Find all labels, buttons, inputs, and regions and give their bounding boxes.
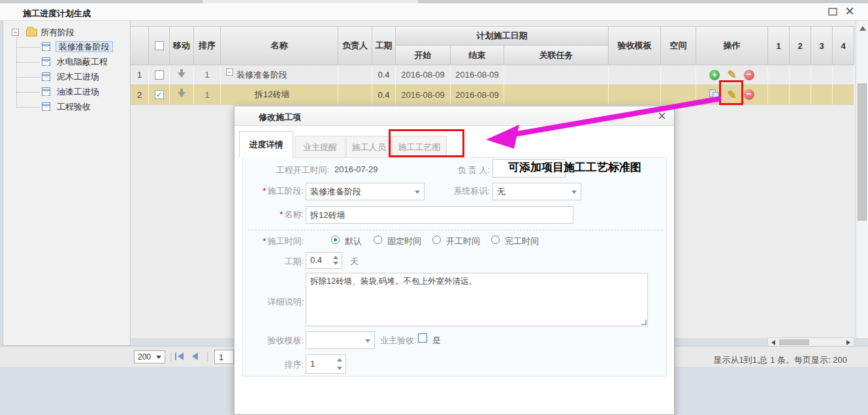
scrollbar-thumb[interactable] xyxy=(779,339,809,345)
tree-item-shuidian[interactable]: 水电隐蔽工程 xyxy=(42,56,108,68)
chevron-down-icon xyxy=(571,191,577,194)
row-duration: 0.4 xyxy=(372,65,396,85)
row-sort[interactable]: 1 xyxy=(194,85,221,105)
scroll-right-icon[interactable] xyxy=(846,340,850,345)
start-time-value: 2016-07-29 xyxy=(334,164,378,174)
header-acceptance-template[interactable]: 验收模板 xyxy=(609,26,661,65)
row-sort[interactable]: 1 xyxy=(194,65,221,85)
tree-connector xyxy=(16,62,40,63)
radio-finish-time[interactable] xyxy=(491,236,500,244)
row-checkbox-checked[interactable]: ✓ xyxy=(155,90,164,99)
add-icon[interactable]: + xyxy=(709,70,720,80)
horizontal-scrollbar[interactable] xyxy=(767,337,854,346)
duration-stepper[interactable]: 0.4 xyxy=(306,252,342,269)
collapse-icon[interactable]: − xyxy=(226,69,233,76)
radio-fixed-label[interactable]: 固定时间 xyxy=(387,236,421,247)
header-col-3[interactable]: 3 xyxy=(811,26,833,65)
spinner-up-icon[interactable] xyxy=(333,256,338,259)
tree-item-label[interactable]: 工程验收 xyxy=(57,102,91,112)
separator: | xyxy=(206,351,209,361)
first-page-icon[interactable] xyxy=(175,352,184,360)
sort-stepper[interactable]: 1 xyxy=(306,354,346,374)
radio-default-selected[interactable] xyxy=(331,236,340,244)
prev-page-icon[interactable] xyxy=(192,352,199,360)
page-input[interactable]: 1 xyxy=(214,350,234,364)
tree-item-nimu[interactable]: 泥木工进场 xyxy=(42,71,99,83)
tree-connector xyxy=(16,77,40,78)
header-operation: 操作 xyxy=(696,26,768,65)
radio-start-label[interactable]: 开工时间 xyxy=(446,236,480,247)
detail-textarea[interactable]: 拆除12砖墙、装袋,码堆。不包上外室外清运。 xyxy=(306,273,648,326)
row-number: 1 xyxy=(131,65,149,85)
duration-value: 0.4 xyxy=(310,255,322,265)
vertical-scrollbar[interactable] xyxy=(856,21,868,338)
delete-icon[interactable]: − xyxy=(744,89,754,100)
time-label: *施工时间: xyxy=(243,236,304,247)
scrollbar-thumb[interactable] xyxy=(858,84,867,221)
delete-icon[interactable]: − xyxy=(744,70,754,80)
tab-owner-remind[interactable]: 业主提醒 xyxy=(295,136,346,158)
tree-connector xyxy=(16,92,40,93)
acceptance-select[interactable] xyxy=(306,331,375,349)
row-name: 装修准备阶段 xyxy=(236,69,287,81)
name-label-text: 名称: xyxy=(284,209,304,219)
row-move-cell xyxy=(170,65,194,85)
copy-icon[interactable] xyxy=(709,89,720,100)
owner-accept-option[interactable]: 是 xyxy=(432,335,441,346)
radio-fixed-time[interactable] xyxy=(374,236,382,244)
spinner-up-icon[interactable] xyxy=(337,358,342,361)
header-col-4[interactable]: 4 xyxy=(833,26,854,65)
system-flag-select[interactable]: 无 xyxy=(492,183,581,200)
edit-icon[interactable]: ✎ xyxy=(727,68,736,82)
select-all-checkbox[interactable] xyxy=(155,41,164,50)
tree-item-label[interactable]: 水电隐蔽工程 xyxy=(57,57,108,67)
header-name[interactable]: 名称 xyxy=(221,26,338,65)
move-down-icon[interactable] xyxy=(178,72,185,78)
detail-label: 详细说明: xyxy=(243,296,304,308)
tree-root-label: 所有阶段 xyxy=(40,27,74,38)
maximize-icon[interactable] xyxy=(828,8,837,16)
header-col-1[interactable]: 1 xyxy=(768,26,790,65)
tree-item-youqi[interactable]: 油漆工进场 xyxy=(42,86,99,98)
row-checkbox[interactable] xyxy=(155,70,164,80)
header-space[interactable]: 空间 xyxy=(661,26,696,65)
header-owner[interactable]: 负责人 xyxy=(338,26,372,65)
sort-label: 排序: xyxy=(243,359,304,371)
radio-default-label[interactable]: 默认 xyxy=(345,236,362,247)
required-mark: * xyxy=(263,236,266,246)
close-icon[interactable]: × xyxy=(845,3,854,20)
header-end[interactable]: 结束 xyxy=(451,46,504,65)
tree-item-yanshou[interactable]: 工程验收 xyxy=(42,101,91,113)
dialog-close-icon[interactable]: × xyxy=(658,108,666,125)
radio-finish-label[interactable]: 完工时间 xyxy=(505,236,539,247)
header-sort[interactable]: 排序 xyxy=(194,26,221,65)
collapse-icon[interactable]: − xyxy=(12,29,19,36)
owner-accept-checkbox[interactable] xyxy=(418,333,427,343)
row-extra-4 xyxy=(833,65,854,85)
header-duration[interactable]: 工期 xyxy=(372,26,396,65)
header-col-2[interactable]: 2 xyxy=(790,26,811,65)
stage-select[interactable]: 装修准备阶段 xyxy=(306,183,425,200)
tree-item-label[interactable]: 装修准备阶段 xyxy=(56,41,113,52)
row-related-task xyxy=(504,65,609,85)
duration-label: 工期: xyxy=(243,256,304,268)
header-checkbox xyxy=(149,26,170,65)
spinner-down-icon[interactable] xyxy=(337,367,342,370)
tab-progress-detail[interactable]: 进度详情 xyxy=(239,131,293,158)
page-size-select[interactable]: 200 xyxy=(134,350,165,363)
header-move[interactable]: 移动 xyxy=(170,26,194,65)
tree-item-zhuangxiu[interactable]: 装修准备阶段 xyxy=(42,41,113,53)
resize-handle[interactable] xyxy=(641,320,647,325)
header-rownum xyxy=(131,26,149,65)
radio-start-time[interactable] xyxy=(432,236,441,244)
scrollbar-up-icon[interactable] xyxy=(860,26,866,31)
scroll-left-icon[interactable] xyxy=(771,340,775,345)
header-start[interactable]: 开始 xyxy=(396,46,451,65)
spinner-down-icon[interactable] xyxy=(333,262,338,265)
tab-workers[interactable]: 施工人员 xyxy=(346,136,391,158)
tree-item-label[interactable]: 泥木工进场 xyxy=(57,72,99,82)
header-related-task[interactable]: 关联任务 xyxy=(504,46,609,65)
move-down-icon[interactable] xyxy=(178,92,185,97)
name-input[interactable]: 拆12砖墙 xyxy=(306,206,573,224)
tree-item-label[interactable]: 油漆工进场 xyxy=(57,87,99,97)
